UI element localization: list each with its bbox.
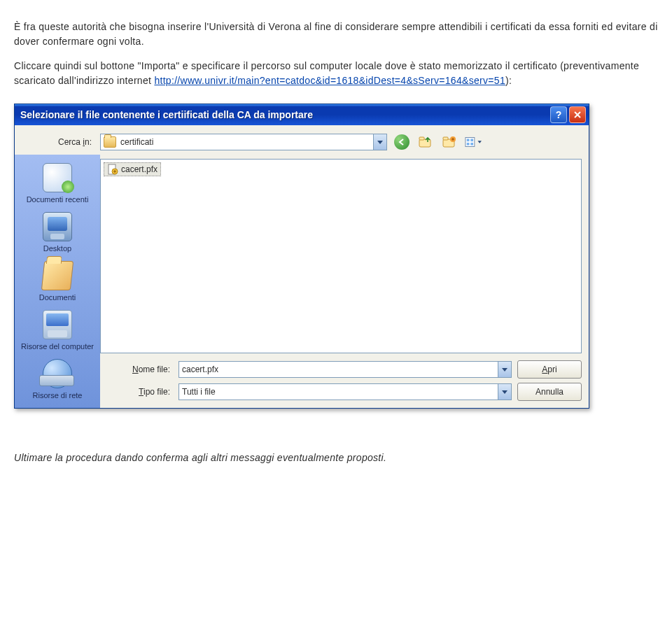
certificate-file-icon [107, 164, 118, 175]
chevron-down-icon[interactable] [498, 362, 511, 377]
place-recent-label: Documenti recenti [27, 195, 89, 204]
new-folder-button[interactable] [440, 133, 458, 151]
back-button[interactable] [393, 133, 411, 151]
place-recent-documents[interactable]: Documenti recenti [20, 160, 95, 206]
place-network-label: Risorse di rete [33, 391, 83, 400]
file-item-name: cacert.pfx [121, 164, 158, 174]
places-bar: Documenti recenti Desktop Documenti Riso… [15, 155, 100, 408]
documents-icon [41, 261, 74, 290]
place-desktop-label: Desktop [43, 244, 71, 253]
svg-rect-9 [470, 143, 473, 146]
filename-value: cacert.pfx [182, 365, 218, 374]
file-item-cacert[interactable]: cacert.pfx [104, 162, 161, 176]
up-one-level-button[interactable] [416, 133, 435, 151]
lookin-value: certificati [120, 137, 153, 147]
doc-paragraph-1: È fra queste autorità che bisogna inseri… [14, 20, 658, 49]
place-my-computer[interactable]: Risorse del computer [20, 307, 95, 353]
place-desktop[interactable]: Desktop [20, 209, 95, 255]
view-menu-button[interactable] [464, 133, 482, 151]
place-documents[interactable]: Documenti [20, 258, 95, 304]
back-arrow-icon [394, 134, 410, 150]
chevron-down-icon[interactable] [498, 384, 511, 400]
svg-rect-3 [443, 137, 448, 140]
view-icon [465, 136, 482, 148]
doc-paragraph-2: Cliccare quindi sul bottone "Importa" e … [14, 59, 658, 88]
doc-paragraph-2b: ): [505, 75, 512, 86]
filename-field[interactable]: cacert.pfx [178, 361, 512, 378]
network-icon [43, 359, 72, 388]
desktop-icon [43, 212, 72, 241]
recent-documents-icon [43, 163, 72, 192]
lookin-label: Cerca in: [22, 137, 94, 147]
file-open-dialog: Selezionare il file contenente i certiif… [14, 104, 589, 409]
file-list-area[interactable]: cacert.pfx [100, 159, 582, 353]
my-computer-icon [43, 310, 72, 339]
place-network[interactable]: Risorse di rete [20, 356, 95, 402]
dialog-toolbar: Cerca in: certificati [15, 125, 589, 155]
filetype-combo[interactable]: Tutti i file [178, 383, 512, 400]
doc-footer: Ultimare la procedura dando conferma agl… [14, 451, 658, 465]
filename-label: Nome file: [100, 365, 173, 374]
svg-rect-8 [467, 143, 470, 146]
chevron-down-icon[interactable] [373, 134, 386, 150]
open-button[interactable]: Apri [517, 360, 582, 379]
folder-icon [104, 136, 116, 148]
new-folder-icon [442, 136, 456, 148]
dialog-help-button[interactable]: ? [550, 106, 567, 123]
place-computer-label: Risorse del computer [21, 342, 94, 351]
place-documents-label: Documenti [39, 293, 76, 302]
svg-rect-7 [470, 139, 473, 141]
dialog-titlebar[interactable]: Selezionare il file contenente i certiif… [15, 104, 589, 125]
svg-rect-6 [467, 139, 470, 141]
dialog-bottom: Nome file: cacert.pfx Apri Tipo file: Tu… [100, 358, 589, 408]
svg-rect-1 [419, 137, 424, 140]
filetype-label: Tipo file: [100, 387, 173, 397]
dialog-close-button[interactable] [569, 106, 586, 123]
dialog-title: Selezionare il file contenente i certiif… [20, 109, 548, 120]
cert-download-link[interactable]: http://www.univr.it/main?ent=catdoc&id=1… [154, 75, 505, 86]
folder-up-icon [419, 136, 433, 148]
lookin-combo[interactable]: certificati [100, 134, 387, 150]
cancel-button[interactable]: Annulla [517, 383, 582, 401]
svg-rect-0 [419, 139, 430, 147]
filetype-value: Tutti i file [182, 387, 216, 397]
